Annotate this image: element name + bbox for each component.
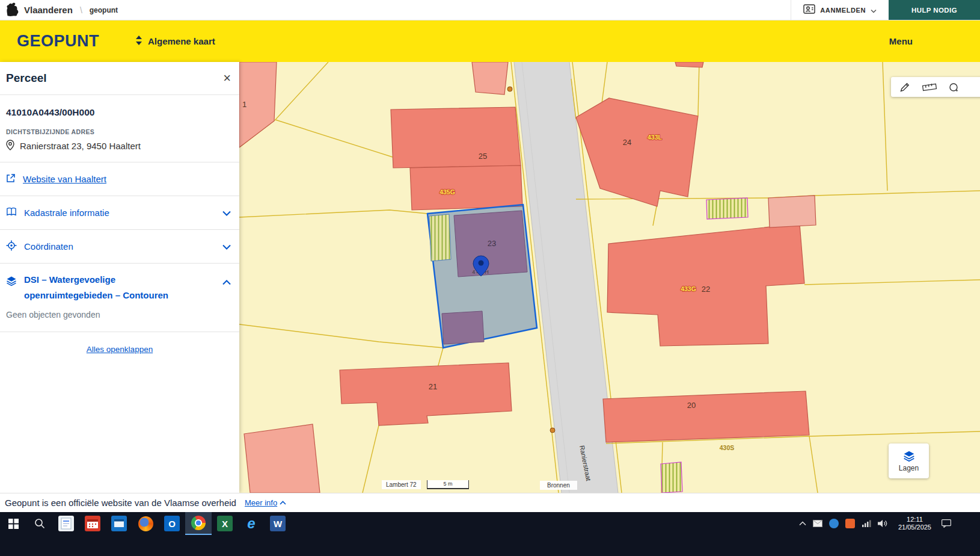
map-viewport[interactable]: 1 25 24 23 22 21 20 435G 433L 433G 430S … [239,62,980,493]
taskbar-search-button[interactable] [26,512,53,535]
taskbar-clock[interactable]: 12:11 21/05/2025 [898,516,931,531]
house-number: 22 [702,285,710,294]
document-app-icon [58,516,74,531]
menu-button[interactable]: Menu [889,36,963,46]
chevron-down-icon [222,241,231,252]
chevron-up-icon [222,277,231,288]
clock-time: 12:11 [898,516,931,524]
geopunt-logo[interactable]: GEOPUNT [17,32,99,51]
measure-ruler-icon[interactable] [922,82,937,92]
house-number: 24 [623,138,631,147]
layers-button[interactable]: Lagen [889,443,929,478]
website-link-row[interactable]: Website van Haaltert [0,162,239,196]
geopunt-header: GEOPUNT Algemene kaart Menu [0,20,980,62]
tray-network-icon[interactable] [862,520,871,527]
user-badge-icon [803,4,815,16]
taskbar-app-documents[interactable] [53,512,79,535]
windows-taskbar: O X e W [0,512,980,556]
book-icon [6,207,17,219]
parcel-code: 433L [648,134,663,141]
tray-app-icon[interactable] [845,519,855,528]
external-link-icon [6,173,16,185]
parcel-code: 430S [720,444,735,451]
website-link: Website van Haaltert [23,174,106,184]
hatched-zone [661,462,682,493]
window-app-icon [111,516,127,531]
section-label: DSI – Watergevoelige openruimtegebieden … [24,272,198,303]
internet-explorer-icon: e [247,516,255,531]
tray-chevron-up-icon[interactable] [799,521,806,526]
swap-vertical-icon [135,36,142,48]
excel-icon: X [217,516,233,531]
taskbar-app-chrome[interactable] [185,512,212,535]
tray-volume-icon[interactable] [878,519,888,528]
word-icon: W [270,516,286,531]
section-dsi-watergevoelige[interactable]: DSI – Watergevoelige openruimtegebieden … [0,264,239,307]
map-pin-icon [6,140,14,152]
layers-button-label: Lagen [899,464,919,472]
windows-logo-icon [8,519,19,529]
chevron-down-icon [871,5,877,16]
selected-parcel[interactable] [427,205,537,348]
expand-all-link[interactable]: Alles openklappen [87,345,153,354]
close-icon[interactable]: × [223,72,231,85]
section-coordinaten[interactable]: Coördinaten [0,230,239,264]
projection-label: Lambert 72 [382,480,421,489]
house-number: 1 [242,100,247,109]
house-number: 20 [687,401,696,410]
section-kadastrale-informatie[interactable]: Kadastrale informatie [0,196,239,230]
layers-icon [902,450,916,462]
utility-marker [507,87,512,91]
chevron-down-icon [222,208,231,218]
taskbar-app-outlook[interactable]: O [159,512,185,535]
scale-bar: 5 m [427,480,469,489]
outlook-icon: O [164,516,180,531]
flanders-lion-icon[interactable] [4,1,19,19]
brand-vlaanderen[interactable]: Vlaanderen [24,5,73,15]
utility-marker [550,428,555,433]
map-selector[interactable]: Algemene kaart [135,36,215,48]
site-footer: Geopunt is een officiële website van de … [0,493,980,512]
more-info-link[interactable]: Meer info [245,498,286,507]
login-label: AANMELDEN [820,7,866,14]
chrome-icon [191,516,206,530]
taskbar-app-firefox[interactable] [132,512,159,535]
breadcrumb[interactable]: geopunt [90,6,118,14]
section-label: Kadastrale informatie [24,208,109,218]
login-button[interactable]: AANMELDEN [791,0,889,20]
parcel-code: 435G [439,188,455,196]
map-selector-label: Algemene kaart [148,36,215,46]
taskbar-app-calendar[interactable] [79,512,106,535]
tray-mail-icon[interactable] [813,520,822,527]
taskbar-app-internet-explorer[interactable]: e [238,512,265,535]
house-number: 23 [488,239,496,248]
footer-text: Geopunt is een officiële website van de … [5,498,236,508]
government-bar: Vlaanderen \ geopunt AANMELDEN HULP NODI… [0,0,980,20]
search-icon [34,518,45,529]
taskbar-app-word[interactable]: W [265,512,291,535]
house-number: 25 [479,152,487,161]
breadcrumb-separator: \ [80,5,82,15]
tray-teams-icon[interactable] [829,519,839,528]
address-label: DICHTSTBIJZIJNDE ADRES [6,128,233,135]
draw-pencil-icon[interactable] [899,82,910,93]
crosshair-icon [6,240,17,253]
panel-title: Perceel [6,72,47,85]
start-button[interactable] [0,512,26,535]
help-button[interactable]: HULP NODIG [889,0,980,20]
section-label: Coördinaten [24,241,73,252]
clock-date: 21/05/2025 [898,524,931,531]
sources-button[interactable]: Bronnen [540,481,577,490]
parcel-panel: Perceel × 41010A0443/00H000 DICHTSTBIJZI… [0,62,239,493]
measure-area-icon[interactable] [949,82,958,92]
house-number: 21 [429,382,437,391]
dsi-empty-result: Geen objecten gevonden [0,307,239,332]
calendar-app-icon [85,516,100,531]
action-center-icon[interactable] [942,519,951,528]
layers-icon [6,276,17,289]
cadastral-map[interactable]: 1 25 24 23 22 21 20 435G 433L 433G 430S … [239,62,980,493]
more-info-label: Meer info [245,498,277,507]
firefox-icon [138,516,153,531]
taskbar-app-window[interactable] [106,512,132,535]
taskbar-app-excel[interactable]: X [212,512,238,535]
